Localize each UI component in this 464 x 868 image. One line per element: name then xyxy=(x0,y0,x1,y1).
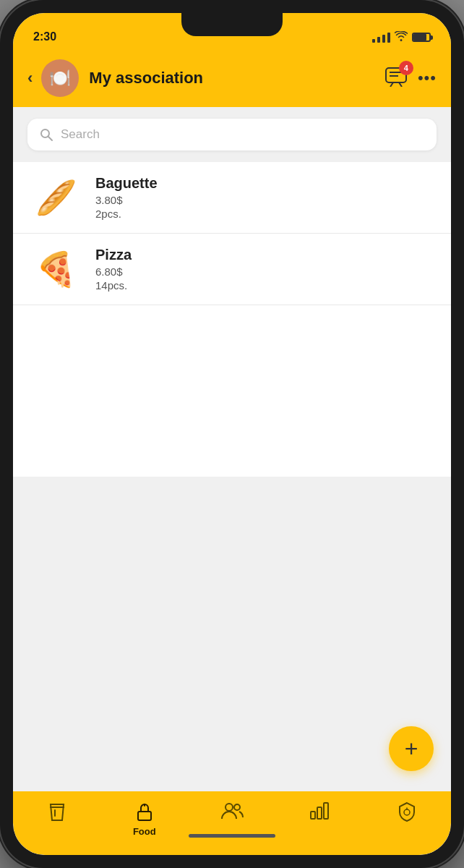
header-actions: 4 ••• xyxy=(384,67,437,90)
search-container: Search xyxy=(13,107,451,162)
add-item-button[interactable]: + xyxy=(389,726,434,771)
status-icons xyxy=(372,31,431,43)
search-box[interactable]: Search xyxy=(27,119,437,150)
list-item[interactable]: 🍕 Pizza 6.80$ 14pcs. xyxy=(13,234,451,305)
baguette-qty: 2pcs. xyxy=(95,208,434,220)
bottom-navigation: Food xyxy=(13,791,451,855)
baguette-image: 🥖 xyxy=(30,178,81,218)
food-icon xyxy=(134,801,155,823)
shield-icon xyxy=(397,801,417,822)
svg-rect-12 xyxy=(317,807,322,819)
phone-screen: 2:30 ‹ � xyxy=(13,13,451,855)
back-button[interactable]: ‹ xyxy=(27,69,33,88)
nav-item-users[interactable] xyxy=(188,799,275,820)
content-empty-area: + xyxy=(13,477,451,791)
svg-rect-6 xyxy=(138,812,151,820)
svg-line-4 xyxy=(48,137,52,140)
svg-point-10 xyxy=(234,804,240,810)
content-area: Search 🥖 Baguette 3.80$ 2pcs. 🍕 xyxy=(13,107,451,791)
svg-rect-11 xyxy=(311,812,315,819)
pizza-name: Pizza xyxy=(95,247,434,263)
users-icon xyxy=(220,801,244,820)
notch xyxy=(181,13,283,36)
signal-dots-icon xyxy=(372,33,390,43)
pizza-qty: 14pcs. xyxy=(95,279,434,292)
pizza-price: 6.80$ xyxy=(95,265,434,278)
wifi-icon xyxy=(395,31,408,43)
status-time: 2:30 xyxy=(33,30,56,43)
food-nav-label: Food xyxy=(133,826,156,837)
svg-point-14 xyxy=(404,809,410,815)
message-badge: 4 xyxy=(399,61,413,75)
page-title: My association xyxy=(89,69,384,88)
nav-item-food[interactable]: Food xyxy=(100,799,188,837)
baguette-name: Baguette xyxy=(95,175,434,192)
phone-frame: 2:30 ‹ � xyxy=(0,0,464,868)
more-options-button[interactable]: ••• xyxy=(418,69,437,88)
nav-item-drink[interactable] xyxy=(13,799,100,823)
stats-icon xyxy=(309,801,330,820)
baguette-price: 3.80$ xyxy=(95,194,434,206)
svg-rect-13 xyxy=(324,803,328,819)
food-list: 🥖 Baguette 3.80$ 2pcs. 🍕 Pizza 6.80$ 14p… xyxy=(13,162,451,477)
drink-icon xyxy=(48,801,66,823)
header: ‹ 🍽️ My association 4 ••• xyxy=(13,49,451,107)
messages-button[interactable]: 4 xyxy=(384,67,408,90)
search-icon xyxy=(39,127,53,142)
pizza-image: 🍕 xyxy=(30,250,81,289)
baguette-info: Baguette 3.80$ 2pcs. xyxy=(95,175,434,220)
home-indicator xyxy=(189,834,275,838)
avatar: 🍽️ xyxy=(41,59,79,97)
nav-item-stats[interactable] xyxy=(276,799,364,820)
nav-item-settings[interactable] xyxy=(364,799,451,822)
battery-icon xyxy=(412,33,431,42)
list-item[interactable]: 🥖 Baguette 3.80$ 2pcs. xyxy=(13,162,451,234)
search-input[interactable]: Search xyxy=(61,127,100,142)
pizza-info: Pizza 6.80$ 14pcs. xyxy=(95,247,434,292)
svg-point-9 xyxy=(225,804,233,811)
